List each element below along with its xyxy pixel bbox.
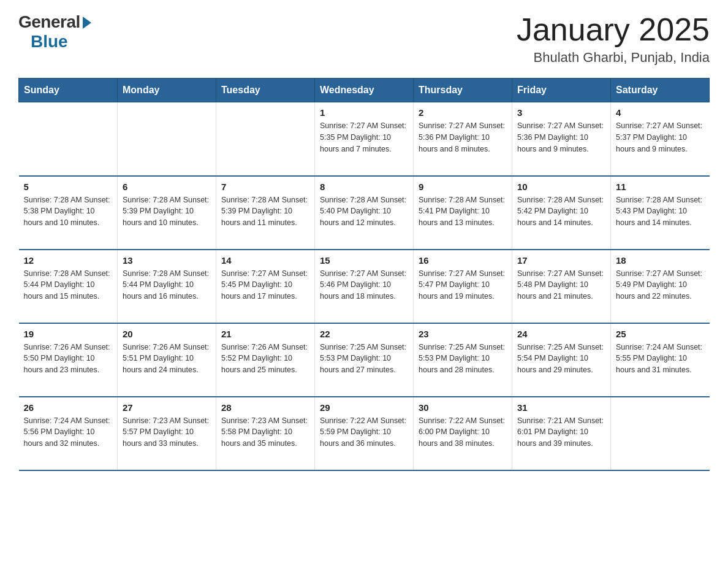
day-number: 31 [517, 402, 605, 413]
calendar-header-monday: Monday [118, 79, 216, 102]
calendar-header-friday: Friday [512, 79, 611, 102]
day-info: Sunrise: 7:27 AM Sunset: 5:48 PM Dayligh… [517, 268, 605, 302]
day-number: 13 [123, 255, 211, 266]
day-info: Sunrise: 7:28 AM Sunset: 5:39 PM Dayligh… [221, 194, 309, 229]
day-info: Sunrise: 7:26 AM Sunset: 5:52 PM Dayligh… [221, 342, 309, 376]
day-info: Sunrise: 7:27 AM Sunset: 5:35 PM Dayligh… [320, 120, 408, 155]
day-info: Sunrise: 7:28 AM Sunset: 5:38 PM Dayligh… [24, 194, 113, 229]
day-number: 4 [616, 107, 705, 118]
day-info: Sunrise: 7:28 AM Sunset: 5:42 PM Dayligh… [517, 194, 605, 229]
page-header: General Blue January 2025 Bhulath Gharbi… [18, 12, 710, 66]
day-number: 28 [221, 402, 309, 413]
calendar-cell: 5Sunrise: 7:28 AM Sunset: 5:38 PM Daylig… [19, 176, 118, 250]
title-block: January 2025 Bhulath Gharbi, Punjab, Ind… [517, 12, 710, 66]
calendar-cell: 2Sunrise: 7:27 AM Sunset: 5:36 PM Daylig… [414, 102, 512, 176]
calendar-header-tuesday: Tuesday [216, 79, 315, 102]
calendar-cell: 31Sunrise: 7:21 AM Sunset: 6:01 PM Dayli… [512, 397, 611, 470]
day-info: Sunrise: 7:28 AM Sunset: 5:40 PM Dayligh… [320, 194, 408, 229]
calendar-cell [118, 102, 216, 176]
day-info: Sunrise: 7:25 AM Sunset: 5:53 PM Dayligh… [320, 342, 408, 376]
day-info: Sunrise: 7:24 AM Sunset: 5:56 PM Dayligh… [24, 415, 113, 450]
day-info: Sunrise: 7:25 AM Sunset: 5:53 PM Dayligh… [419, 342, 507, 376]
location-title: Bhulath Gharbi, Punjab, India [517, 50, 710, 66]
calendar-cell: 17Sunrise: 7:27 AM Sunset: 5:48 PM Dayli… [512, 250, 611, 323]
calendar-cell: 13Sunrise: 7:28 AM Sunset: 5:44 PM Dayli… [118, 250, 216, 323]
day-info: Sunrise: 7:28 AM Sunset: 5:44 PM Dayligh… [24, 268, 113, 302]
logo-blue-text: Blue [31, 32, 68, 52]
day-number: 29 [320, 402, 408, 413]
day-number: 8 [320, 182, 408, 192]
calendar-week-row: 26Sunrise: 7:24 AM Sunset: 5:56 PM Dayli… [19, 397, 710, 470]
day-number: 11 [616, 182, 705, 192]
day-info: Sunrise: 7:27 AM Sunset: 5:36 PM Dayligh… [419, 120, 507, 155]
calendar-week-row: 19Sunrise: 7:26 AM Sunset: 5:50 PM Dayli… [19, 323, 710, 397]
calendar-week-row: 12Sunrise: 7:28 AM Sunset: 5:44 PM Dayli… [19, 250, 710, 323]
day-info: Sunrise: 7:25 AM Sunset: 5:54 PM Dayligh… [517, 342, 605, 376]
calendar-header-row: SundayMondayTuesdayWednesdayThursdayFrid… [19, 79, 710, 102]
day-number: 3 [517, 107, 605, 118]
day-number: 7 [221, 182, 309, 192]
day-info: Sunrise: 7:22 AM Sunset: 5:59 PM Dayligh… [320, 415, 408, 450]
day-number: 27 [123, 402, 211, 413]
day-number: 1 [320, 107, 408, 118]
day-number: 2 [419, 107, 507, 118]
calendar-cell [216, 102, 315, 176]
calendar-cell: 18Sunrise: 7:27 AM Sunset: 5:49 PM Dayli… [611, 250, 710, 323]
calendar-cell: 15Sunrise: 7:27 AM Sunset: 5:46 PM Dayli… [315, 250, 414, 323]
day-info: Sunrise: 7:27 AM Sunset: 5:47 PM Dayligh… [419, 268, 507, 302]
calendar-cell: 1Sunrise: 7:27 AM Sunset: 5:35 PM Daylig… [315, 102, 414, 176]
day-number: 15 [320, 255, 408, 266]
day-number: 5 [24, 182, 113, 192]
calendar-cell: 28Sunrise: 7:23 AM Sunset: 5:58 PM Dayli… [216, 397, 315, 470]
day-number: 10 [517, 182, 605, 192]
day-number: 25 [616, 329, 705, 339]
calendar-cell: 26Sunrise: 7:24 AM Sunset: 5:56 PM Dayli… [19, 397, 118, 470]
day-info: Sunrise: 7:24 AM Sunset: 5:55 PM Dayligh… [616, 342, 705, 376]
calendar-cell: 25Sunrise: 7:24 AM Sunset: 5:55 PM Dayli… [611, 323, 710, 397]
calendar-header-sunday: Sunday [19, 79, 118, 102]
day-number: 6 [123, 182, 211, 192]
day-info: Sunrise: 7:27 AM Sunset: 5:46 PM Dayligh… [320, 268, 408, 302]
calendar-cell: 19Sunrise: 7:26 AM Sunset: 5:50 PM Dayli… [19, 323, 118, 397]
day-number: 18 [616, 255, 705, 266]
day-info: Sunrise: 7:27 AM Sunset: 5:45 PM Dayligh… [221, 268, 309, 302]
day-info: Sunrise: 7:27 AM Sunset: 5:36 PM Dayligh… [517, 120, 605, 155]
calendar-cell: 20Sunrise: 7:26 AM Sunset: 5:51 PM Dayli… [118, 323, 216, 397]
day-number: 30 [419, 402, 507, 413]
calendar-cell: 3Sunrise: 7:27 AM Sunset: 5:36 PM Daylig… [512, 102, 611, 176]
day-number: 21 [221, 329, 309, 339]
calendar-cell [611, 397, 710, 470]
calendar-cell [19, 102, 118, 176]
day-number: 17 [517, 255, 605, 266]
day-number: 24 [517, 329, 605, 339]
day-info: Sunrise: 7:26 AM Sunset: 5:51 PM Dayligh… [123, 342, 211, 376]
day-info: Sunrise: 7:23 AM Sunset: 5:58 PM Dayligh… [221, 415, 309, 450]
calendar-cell: 4Sunrise: 7:27 AM Sunset: 5:37 PM Daylig… [611, 102, 710, 176]
calendar-cell: 29Sunrise: 7:22 AM Sunset: 5:59 PM Dayli… [315, 397, 414, 470]
calendar-cell: 7Sunrise: 7:28 AM Sunset: 5:39 PM Daylig… [216, 176, 315, 250]
day-number: 12 [24, 255, 113, 266]
calendar-cell: 21Sunrise: 7:26 AM Sunset: 5:52 PM Dayli… [216, 323, 315, 397]
calendar-cell: 6Sunrise: 7:28 AM Sunset: 5:39 PM Daylig… [118, 176, 216, 250]
calendar-week-row: 1Sunrise: 7:27 AM Sunset: 5:35 PM Daylig… [19, 102, 710, 176]
day-info: Sunrise: 7:27 AM Sunset: 5:49 PM Dayligh… [616, 268, 705, 302]
calendar-cell: 22Sunrise: 7:25 AM Sunset: 5:53 PM Dayli… [315, 323, 414, 397]
day-info: Sunrise: 7:27 AM Sunset: 5:37 PM Dayligh… [616, 120, 705, 155]
day-number: 22 [320, 329, 408, 339]
calendar-cell: 10Sunrise: 7:28 AM Sunset: 5:42 PM Dayli… [512, 176, 611, 250]
calendar-cell: 8Sunrise: 7:28 AM Sunset: 5:40 PM Daylig… [315, 176, 414, 250]
calendar-header-thursday: Thursday [414, 79, 512, 102]
calendar-table: SundayMondayTuesdayWednesdayThursdayFrid… [18, 78, 710, 471]
day-info: Sunrise: 7:28 AM Sunset: 5:43 PM Dayligh… [616, 194, 705, 229]
calendar-cell: 12Sunrise: 7:28 AM Sunset: 5:44 PM Dayli… [19, 250, 118, 323]
calendar-header-wednesday: Wednesday [315, 79, 414, 102]
day-info: Sunrise: 7:23 AM Sunset: 5:57 PM Dayligh… [123, 415, 211, 450]
day-info: Sunrise: 7:28 AM Sunset: 5:39 PM Dayligh… [123, 194, 211, 229]
calendar-week-row: 5Sunrise: 7:28 AM Sunset: 5:38 PM Daylig… [19, 176, 710, 250]
logo-general-text: General [18, 12, 80, 32]
logo-triangle-icon [83, 17, 91, 29]
calendar-cell: 27Sunrise: 7:23 AM Sunset: 5:57 PM Dayli… [118, 397, 216, 470]
day-info: Sunrise: 7:21 AM Sunset: 6:01 PM Dayligh… [517, 415, 605, 450]
day-number: 9 [419, 182, 507, 192]
calendar-cell: 16Sunrise: 7:27 AM Sunset: 5:47 PM Dayli… [414, 250, 512, 323]
